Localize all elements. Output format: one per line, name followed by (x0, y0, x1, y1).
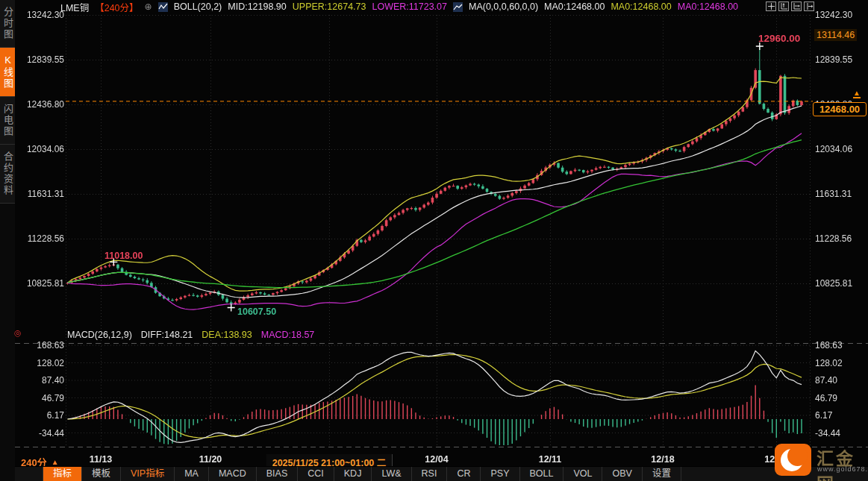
macd-pane-icon[interactable]: ◎ (14, 329, 22, 337)
scale-up-icon[interactable] (778, 1, 789, 11)
toolbar-item-PSY[interactable]: PSY (481, 467, 519, 481)
macd-dea-value: DEA:138.93 (202, 330, 252, 340)
huijin-logo-icon (775, 444, 811, 476)
toolbar-item-OBV[interactable]: OBV (602, 467, 642, 481)
toolbar-item-指标[interactable]: 指标 (43, 467, 82, 481)
date-tick-label: 11/20 (199, 454, 222, 465)
macd-axis-right-label: 128.02 (815, 358, 843, 368)
boll-upper-value: UPPER:12674.73 (293, 1, 366, 12)
ma-value-magenta: MA0:12468.00 (678, 1, 738, 12)
macd-axis-right-label: 87.40 (815, 375, 837, 386)
toolbar-item-RSI[interactable]: RSI (412, 467, 448, 481)
symbol-name: LME铜 (60, 0, 89, 14)
toolbar-item-模板[interactable]: 模板 (82, 467, 121, 481)
date-tick-label: 12/11 (539, 454, 562, 465)
toolbar-item-MACD[interactable]: MACD (209, 467, 257, 481)
sidebar-tab-1[interactable]: 分时图 (0, 0, 15, 48)
price-axis-right-label: 12034.06 (815, 144, 852, 154)
sidebar-tab-2[interactable]: K线图 (0, 48, 15, 97)
pan-right-icon[interactable] (804, 1, 814, 11)
ma-label: MA(0,0,0,60,0,0) (469, 1, 538, 12)
macd-axis-right-label: 168.63 (815, 340, 843, 350)
annotation-peak-high: 12960.00 (758, 33, 800, 44)
bottom-toolbar: 指标模板VIP指标MAMACDBIASCCIKDJLW&RSICRPSYBOLL… (15, 466, 868, 481)
toolbar-item-设置[interactable]: 设置 (643, 467, 681, 481)
trading-app: 分时图K线图闪电图合约资料 LME铜 【240分】 ⊕ BOLL(20,2) M… (0, 0, 868, 481)
price-axis-right-label: 10825.81 (815, 278, 852, 289)
logo-site-name: 汇金网 (817, 444, 868, 481)
ma-value-yellow: MA0:12468.00 (611, 1, 671, 12)
ma-indicator-icon[interactable] (453, 2, 463, 12)
macd-axis-right-label: 46.79 (815, 393, 837, 403)
macd-header: MACD(26,12,9) DIFF:148.21 DEA:138.93 MAC… (67, 330, 314, 340)
toolbar-item-BOLL[interactable]: BOLL (520, 467, 564, 481)
boll-label: BOLL(20,2) (174, 1, 222, 12)
annotation-swing-high: 11018.00 (104, 251, 143, 261)
macd-label: MACD(26,12,9) (67, 330, 132, 340)
date-tick-label: 12/18 (651, 454, 674, 465)
crosshair-icon[interactable] (766, 1, 776, 11)
macd-diff-value: DIFF:148.21 (141, 330, 193, 340)
toolbar-item-LW&[interactable]: LW& (372, 467, 411, 481)
window-controls (766, 1, 814, 11)
price-axis-right-label: 11228.56 (815, 233, 852, 244)
toolbar-item-VOL[interactable]: VOL (563, 467, 602, 481)
period-selector[interactable]: 【240分】 (95, 0, 138, 14)
site-logo[interactable]: 汇金网 www.gold678.com (773, 442, 868, 478)
sidebar: 分时图K线图闪电图合约资料 (0, 0, 15, 481)
toolbar-item-BIAS[interactable]: BIAS (257, 467, 299, 481)
sidebar-tab-3[interactable]: 闪电图 (0, 97, 15, 145)
ma-value-white: MA0:12468.00 (544, 1, 605, 12)
price-axis-right-label: 11631.31 (815, 189, 852, 199)
toolbar-item-CCI[interactable]: CCI (298, 467, 334, 481)
session-high-label: 13114.46 (814, 29, 857, 41)
macd-value: MACD:18.57 (261, 330, 315, 340)
current-price-box: 12468.00 (813, 102, 867, 116)
date-tick-label: 12/04 (425, 454, 448, 465)
chart-canvas[interactable] (0, 0, 868, 481)
toolbar-item-KDJ[interactable]: KDJ (334, 467, 372, 481)
boll-indicator-icon[interactable] (158, 2, 168, 12)
chart-header: LME铜 【240分】 ⊕ BOLL(20,2) MID:12198.90 UP… (60, 1, 738, 13)
boll-lower-value: LOWER:11723.07 (372, 1, 447, 12)
macd-axis-right-label: -34.44 (815, 428, 840, 438)
scale-right-icon[interactable] (791, 1, 802, 11)
toolbar-item-VIP指标[interactable]: VIP指标 (121, 467, 175, 481)
boll-mid-value: MID:12198.90 (228, 1, 287, 12)
price-axis-right-label: 12839.55 (815, 54, 852, 65)
annotation-swing-low: 10607.50 (237, 306, 276, 317)
expand-icon[interactable]: ⊕ (145, 1, 152, 12)
price-axis-right-label: 13242.30 (815, 10, 852, 20)
price-up-arrow-icon: ▲ (853, 89, 861, 98)
period-up-triangle-icon: ▲ (51, 458, 59, 466)
toolbar-item-MA[interactable]: MA (175, 467, 209, 481)
toolbar-item-CR[interactable]: CR (447, 467, 481, 481)
sidebar-filler (0, 204, 15, 481)
date-tick-label: 11/13 (90, 454, 113, 465)
macd-axis-right-label: 6.17 (815, 410, 832, 421)
sidebar-tab-4[interactable]: 合约资料 (0, 145, 15, 204)
logo-site-url: www.gold678.com (817, 465, 868, 473)
